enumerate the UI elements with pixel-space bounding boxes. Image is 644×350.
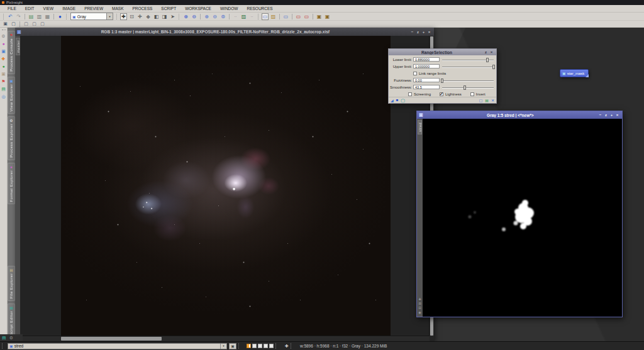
chevron-down-icon[interactable]: ▼	[220, 344, 226, 349]
shade-all-icon[interactable]: ▣	[324, 13, 331, 20]
toolbar-icon[interactable]	[200, 14, 201, 19]
zoom-optimal-icon[interactable]: ⊚	[219, 13, 226, 20]
sidebar-tab[interactable]: ▤ Script Editor	[8, 304, 15, 338]
slider-thumb[interactable]	[464, 85, 466, 90]
edit-instance-icon[interactable]: ▤	[485, 98, 489, 102]
sidebar-tab[interactable]: ● Format Explorer	[8, 163, 15, 205]
browse-documentation-icon[interactable]: ▢	[479, 98, 483, 102]
menu-item[interactable]: RESOURCES	[247, 6, 272, 11]
status-square[interactable]	[269, 344, 274, 348]
zoom-in-icon[interactable]: ⊞	[418, 302, 421, 305]
smoothness-slider[interactable]	[442, 85, 494, 90]
dialog-control-button[interactable]: ×	[489, 50, 494, 54]
new-instance-icon[interactable]: ◢	[391, 98, 394, 102]
status-square[interactable]	[258, 344, 262, 348]
sidebar-tab[interactable]: ▣ View Explorer	[8, 77, 15, 114]
pointer-icon[interactable]: ➤	[169, 13, 176, 20]
menu-item[interactable]: PROCESS	[133, 6, 153, 11]
toolbar-icon[interactable]	[66, 14, 67, 19]
slider-thumb[interactable]	[441, 79, 443, 83]
window-control-button[interactable]: z	[415, 30, 421, 34]
sidebar-tab[interactable]: ⚑ Process Console	[8, 31, 15, 74]
readout-data-icon[interactable]: ▨	[240, 13, 247, 20]
grip-handle[interactable]	[238, 343, 241, 349]
smoothness-input[interactable]: 43.5	[413, 85, 440, 89]
window-control-button[interactable]: +	[421, 30, 426, 34]
zoom-in-icon[interactable]: ⊕	[182, 13, 189, 20]
view-tab-master[interactable]: master	[16, 38, 20, 55]
close-window-icon[interactable]: ▭	[295, 13, 302, 20]
toolbar-icon[interactable]	[116, 14, 118, 19]
sphere-icon[interactable]: ●	[2, 64, 4, 69]
horizontal-scrollbar-thumb[interactable]	[61, 337, 162, 341]
script-file-icon[interactable]: ▤	[2, 336, 6, 341]
pan-icon[interactable]: ✚	[418, 298, 421, 301]
more-right-icon[interactable]: ··	[248, 13, 255, 20]
menu-item[interactable]: EDIT	[25, 6, 35, 11]
tile-windows-icon[interactable]: ▣	[2, 21, 9, 27]
menu-item[interactable]: MASK	[112, 6, 123, 11]
toolbar-icon[interactable]	[19, 21, 20, 27]
more-left-icon[interactable]: ··	[232, 13, 239, 20]
menu-item[interactable]: IMAGE	[62, 6, 75, 11]
main-window-titlebar[interactable]: ▣ RGB 1:3 master | masterLight_BIN-1_300…	[15, 28, 434, 36]
menu-item[interactable]: SCRIPT	[161, 6, 176, 11]
console-flag-icon[interactable]: ⚑	[1, 79, 5, 84]
link-range-checkbox[interactable]	[413, 72, 417, 75]
mask-image-canvas[interactable]	[423, 119, 622, 317]
center-view-icon[interactable]: ◆	[145, 13, 152, 20]
upper-limit-slider[interactable]	[442, 64, 494, 69]
sidebar-tab[interactable]: ▤ File Explorer	[8, 266, 15, 301]
redo-icon[interactable]: ↷	[15, 13, 22, 20]
chevron-down-icon[interactable]: ▼	[106, 13, 113, 19]
panel-toggle-button[interactable]: ▣	[229, 343, 236, 349]
close-all-icon[interactable]: ▭	[303, 13, 310, 20]
toolbar-icon[interactable]	[313, 14, 313, 19]
display-normal-icon[interactable]: ▭	[262, 13, 269, 20]
shrink-window-icon[interactable]: ▢	[31, 21, 38, 27]
readout-mode-icon[interactable]: ✚	[120, 13, 127, 20]
zoom-out-icon[interactable]: ⊖	[191, 13, 197, 20]
fuzziness-slider[interactable]	[442, 78, 494, 83]
realtime-preview-icon[interactable]: ◯	[401, 98, 405, 102]
slider-thumb[interactable]	[492, 65, 495, 69]
grip-handle[interactable]	[275, 343, 278, 349]
sidebar-tab[interactable]: ⚙ Process Explorer	[8, 116, 15, 160]
grip-handle[interactable]	[291, 343, 293, 349]
dynamic-crop-icon[interactable]: ◧	[153, 13, 160, 20]
lower-limit-input[interactable]: 0.880000	[413, 57, 440, 62]
toolbar-icon[interactable]	[279, 14, 280, 19]
upper-limit-input[interactable]: 1.000000	[413, 64, 440, 68]
cascade-windows-icon[interactable]: ▢	[10, 21, 17, 27]
status-square[interactable]	[252, 344, 257, 348]
toolbar-icon[interactable]	[179, 14, 180, 19]
view-tab-stred[interactable]: stred	[418, 120, 422, 134]
stf-icon[interactable]: ●	[57, 13, 64, 20]
menu-item[interactable]: PREVIEW	[84, 6, 103, 11]
menu-item[interactable]: WORKSPACE	[185, 6, 211, 11]
process-icon[interactable]: ✚	[2, 57, 6, 62]
window-control-button[interactable]: ×	[426, 30, 432, 34]
toolbar-icon[interactable]	[3, 14, 4, 19]
fit-window-icon[interactable]: ▢	[39, 21, 46, 27]
clone-image-icon[interactable]: ▦	[44, 13, 51, 20]
readout-mode-combo[interactable]: ▣ Gray ▼	[70, 13, 113, 20]
pan-cursor-icon[interactable]: ✚	[285, 344, 289, 349]
window-control-button[interactable]: −	[597, 113, 603, 117]
cube-icon[interactable]: ▣	[1, 72, 6, 77]
undo-icon[interactable]: ↶	[7, 13, 14, 20]
toolbar-icon[interactable]	[258, 14, 259, 19]
toolbar-icon[interactable]	[25, 14, 25, 19]
lower-limit-slider[interactable]	[442, 57, 494, 62]
reset-zoom-icon[interactable]: ◉	[418, 311, 421, 314]
script-gear-icon[interactable]: ⚙	[9, 336, 13, 341]
new-image-icon[interactable]: ▤	[28, 13, 35, 20]
nebula-image-canvas[interactable]	[61, 36, 391, 336]
toolbar-icon[interactable]	[229, 14, 230, 19]
menu-item[interactable]: VIEW	[43, 6, 54, 11]
zoom-to-fit-icon[interactable]: ⊖	[211, 13, 218, 20]
pan-mode-icon[interactable]: ✚	[136, 13, 143, 20]
window-control-button[interactable]: z	[603, 113, 609, 117]
status-square[interactable]	[264, 344, 268, 348]
screening-checkbox[interactable]	[408, 92, 412, 96]
